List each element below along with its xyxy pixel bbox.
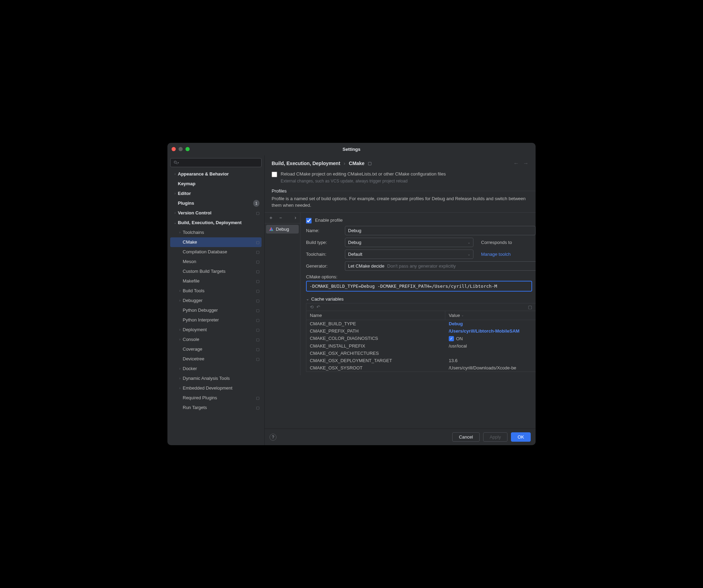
- sidebar-item-makefile[interactable]: Makefile▢: [170, 276, 262, 286]
- back-icon[interactable]: ←: [513, 160, 519, 166]
- sidebar-item-label: Makefile: [183, 278, 255, 285]
- sidebar-item-custom-build-targets[interactable]: Custom Build Targets▢: [170, 267, 262, 276]
- cache-col-name[interactable]: Name: [306, 311, 445, 320]
- sidebar-item-cmake[interactable]: CMake▢: [170, 237, 262, 247]
- name-label: Name:: [306, 228, 341, 233]
- expand-cache-button[interactable]: ▢: [528, 304, 532, 310]
- remove-profile-button[interactable]: －: [276, 214, 286, 222]
- sidebar-item-python-debugger[interactable]: Python Debugger▢: [170, 305, 262, 315]
- cache-row[interactable]: CMAKE_COLOR_DIAGNOSTICS✓ON: [306, 335, 536, 342]
- enable-profile-label: Enable profile: [315, 218, 343, 223]
- sidebar-item-build-execution-deployment[interactable]: ⌄Build, Execution, Deployment: [170, 218, 262, 228]
- chevron-icon: ›: [177, 385, 183, 392]
- cache-col-value[interactable]: Value ⌄: [445, 311, 536, 320]
- reload-checkbox-row[interactable]: Reload CMake project on editing CMakeLis…: [272, 171, 536, 177]
- window-controls: [172, 147, 190, 151]
- cache-row[interactable]: CMAKE_PREFIX_PATH/Users/cyrill/Libtorch-…: [306, 327, 536, 335]
- reload-checkbox[interactable]: [272, 172, 277, 177]
- chevron-icon: ›: [177, 287, 183, 294]
- sidebar-item-version-control[interactable]: ›Version Control▢: [170, 208, 262, 218]
- cache-variables-toggle[interactable]: ⌄ Cache variables: [306, 296, 536, 302]
- sidebar-item-docker[interactable]: ›Docker: [170, 364, 262, 374]
- sidebar-item-label: Run Targets: [183, 404, 255, 411]
- chevron-icon: ›: [172, 210, 178, 217]
- sidebar-item-appearance-behavior[interactable]: ›Appearance & Behavior: [170, 169, 262, 179]
- apply-button[interactable]: Apply: [483, 432, 508, 442]
- reload-label: Reload CMake project on editing CMakeLis…: [281, 171, 446, 177]
- enable-profile-checkbox[interactable]: [306, 218, 312, 223]
- subproject-icon: ▢: [256, 278, 259, 285]
- sidebar-item-devicetree[interactable]: Devicetree▢: [170, 354, 262, 364]
- settings-sidebar: ▾ ›Appearance & BehaviorKeymap›EditorPlu…: [167, 155, 265, 445]
- cache-row[interactable]: CMAKE_BUILD_TYPEDebug: [306, 320, 536, 327]
- sidebar-item-label: Editor: [178, 190, 259, 197]
- cache-row[interactable]: CMAKE_OSX_DEPLOYMENT_TARGET13.6: [306, 357, 536, 364]
- sidebar-item-keymap[interactable]: Keymap: [170, 179, 262, 189]
- maximize-icon[interactable]: [185, 147, 190, 151]
- sidebar-item-editor[interactable]: ›Editor: [170, 189, 262, 198]
- cache-value[interactable]: 13.6: [445, 357, 536, 364]
- subproject-icon: ▢: [256, 346, 259, 353]
- chevron-icon: ›: [177, 297, 183, 304]
- cache-name: CMAKE_BUILD_TYPE: [306, 320, 445, 327]
- cache-row[interactable]: CMAKE_OSX_SYSROOT/Users/cyrill/Downloads…: [306, 364, 536, 371]
- name-input[interactable]: [345, 226, 536, 235]
- undo-cache-button[interactable]: ↶: [316, 304, 320, 310]
- cache-name: CMAKE_PREFIX_PATH: [306, 327, 445, 335]
- sidebar-item-meson[interactable]: Meson▢: [170, 257, 262, 267]
- forward-icon[interactable]: →: [523, 160, 529, 166]
- minimize-icon[interactable]: [179, 147, 183, 151]
- sidebar-item-compilation-database[interactable]: Compilation Database▢: [170, 247, 262, 257]
- sidebar-item-required-plugins[interactable]: Required Plugins▢: [170, 393, 262, 403]
- sidebar-item-console[interactable]: ›Console▢: [170, 335, 262, 344]
- buildtype-value: Debug: [348, 240, 361, 245]
- close-icon[interactable]: [172, 147, 176, 151]
- sidebar-item-label: Required Plugins: [183, 394, 255, 401]
- cmake-options-input[interactable]: -DCMAKE_BUILD_TYPE=Debug -DCMAKE_PREFIX_…: [306, 281, 532, 292]
- expand-profile-button[interactable]: ›: [292, 214, 299, 222]
- sidebar-item-python-interpreter[interactable]: Python Interpreter▢: [170, 315, 262, 325]
- cache-value[interactable]: [445, 350, 536, 357]
- profile-item-debug[interactable]: Debug: [266, 225, 299, 234]
- subproject-icon: ▢: [256, 239, 259, 246]
- subproject-icon: ▢: [256, 248, 259, 255]
- enable-profile-row[interactable]: Enable profile: [306, 218, 536, 223]
- ok-button[interactable]: OK: [511, 432, 531, 442]
- chevron-icon: ›: [172, 171, 178, 178]
- cache-value[interactable]: ✓ON: [445, 335, 536, 342]
- sidebar-item-coverage[interactable]: Coverage▢: [170, 344, 262, 354]
- sidebar-item-label: Debugger: [183, 297, 255, 304]
- help-button[interactable]: ?: [270, 434, 276, 441]
- cache-value[interactable]: Debug: [445, 320, 536, 327]
- cancel-button[interactable]: Cancel: [452, 432, 479, 442]
- cache-value[interactable]: /Users/cyrill/Downloads/Xcode-be: [445, 364, 536, 371]
- cache-value[interactable]: /Users/cyrill/Libtorch-MobileSAM: [445, 327, 536, 335]
- breadcrumb-parent[interactable]: Build, Execution, Deployment: [272, 161, 340, 166]
- dialog-footer: ? Cancel Apply OK: [265, 428, 536, 445]
- chevron-down-icon: ⌄: [468, 240, 470, 244]
- manage-toolchains-link[interactable]: Manage toolch: [481, 252, 511, 257]
- toolchain-dropdown[interactable]: Default ⌄: [345, 250, 473, 259]
- sidebar-item-toolchains[interactable]: ›Toolchains: [170, 228, 262, 237]
- sidebar-item-plugins[interactable]: Plugins1: [170, 198, 262, 208]
- cache-row[interactable]: CMAKE_OSX_ARCHITECTURES: [306, 350, 536, 357]
- toolchain-label: Toolchain:: [306, 252, 341, 257]
- sidebar-item-debugger[interactable]: ›Debugger▢: [170, 296, 262, 305]
- cache-row[interactable]: CMAKE_INSTALL_PREFIX/usr/local: [306, 342, 536, 350]
- sidebar-item-deployment[interactable]: ›Deployment▢: [170, 325, 262, 335]
- search-input[interactable]: ▾: [170, 158, 262, 167]
- separator-icon: ›: [344, 161, 346, 166]
- chevron-icon: ›: [177, 229, 183, 236]
- cache-value[interactable]: /usr/local: [445, 342, 536, 350]
- sidebar-item-embedded-development[interactable]: ›Embedded Development: [170, 383, 262, 393]
- buildtype-dropdown[interactable]: Debug ⌄: [345, 238, 473, 247]
- generator-dropdown[interactable]: Let CMake decide Don't pass any generato…: [345, 261, 536, 271]
- chevron-icon: ›: [172, 190, 178, 197]
- add-profile-button[interactable]: ＋: [266, 214, 276, 222]
- sidebar-item-dynamic-analysis-tools[interactable]: ›Dynamic Analysis Tools: [170, 374, 262, 383]
- sidebar-item-label: Toolchains: [183, 229, 259, 236]
- reset-cache-button[interactable]: ⟲: [310, 304, 314, 310]
- sidebar-item-run-targets[interactable]: Run Targets▢: [170, 403, 262, 413]
- sidebar-item-build-tools[interactable]: ›Build Tools▢: [170, 286, 262, 296]
- sidebar-item-label: Python Debugger: [183, 307, 255, 314]
